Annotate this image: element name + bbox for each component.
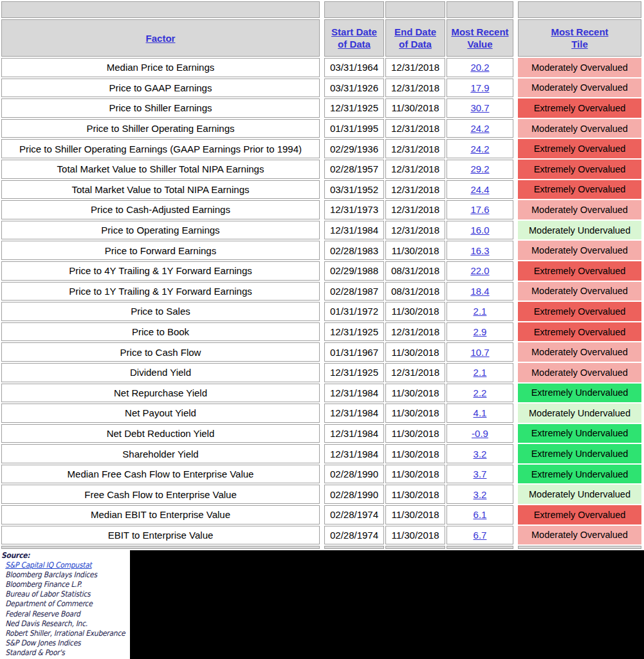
column-spacer — [515, 384, 517, 403]
value-link[interactable]: 2.1 — [474, 367, 487, 378]
value-link[interactable]: 10.7 — [470, 347, 489, 358]
value-link[interactable]: 2.9 — [474, 326, 487, 337]
value-link[interactable]: 4.1 — [474, 407, 487, 418]
end-date-cell: 11/30/2018 — [385, 98, 445, 118]
column-spacer — [515, 404, 517, 423]
factor-cell: Price to Shiller Earnings — [1, 98, 320, 118]
factor-cell: Median EBIT to Enterprise Value — [1, 505, 320, 524]
start-date-cell: 02/28/1983 — [324, 241, 384, 260]
end-date-cell: 12/31/2018 — [385, 79, 445, 98]
factor-cell: Price to 1Y Trailing & 1Y Forward Earnin… — [1, 282, 320, 301]
column-header-tile-link[interactable]: Most Recent Tile — [551, 26, 608, 50]
factor-cell: Total Market Value to Shiller Total NIPA… — [1, 160, 320, 179]
blank-cell — [324, 546, 384, 549]
blank-top-row — [1, 1, 641, 18]
column-spacer — [321, 19, 323, 57]
column-header-factor-link[interactable]: Factor — [146, 33, 176, 44]
tile-cell: Moderately Overvalued — [518, 58, 641, 77]
column-spacer — [321, 119, 323, 138]
tile-cell: Moderately Undervalued — [518, 485, 641, 504]
column-spacer — [515, 444, 517, 463]
start-date-cell: 12/31/1973 — [324, 200, 384, 219]
start-date-cell: 12/31/1984 — [324, 404, 384, 423]
end-date-cell: 12/31/2018 — [385, 363, 445, 382]
start-date-cell: 01/31/1967 — [324, 342, 384, 362]
tile-cell: Moderately Undervalued — [518, 404, 641, 423]
table-body: Median Price to Earnings03/31/196412/31/… — [1, 58, 641, 544]
column-header-end-date[interactable]: End Date of Data — [385, 19, 445, 57]
column-spacer — [321, 200, 323, 219]
value-link[interactable]: 17.6 — [470, 204, 489, 215]
valuation-factor-table: Factor Start Date of Data End Date of Da… — [0, 0, 643, 550]
table-row: Median EBIT to Enterprise Value02/28/197… — [1, 505, 641, 524]
value-link[interactable]: 24.4 — [470, 184, 489, 195]
start-date-cell: 02/28/1990 — [324, 485, 384, 504]
end-date-cell: 11/30/2018 — [385, 444, 445, 463]
column-spacer — [321, 505, 323, 524]
value-link[interactable]: 29.2 — [470, 163, 489, 174]
blank-bottom-strip — [1, 546, 641, 549]
factor-cell: Price to Sales — [1, 302, 320, 321]
value-cell: 2.9 — [446, 322, 513, 342]
value-link[interactable]: 24.2 — [470, 123, 489, 134]
column-spacer — [515, 363, 517, 382]
column-header-end-date-link[interactable]: End Date of Data — [394, 26, 436, 50]
value-cell: 16.3 — [446, 241, 513, 260]
column-spacer — [515, 180, 517, 200]
value-cell: 22.0 — [446, 261, 513, 281]
value-cell: 20.2 — [446, 58, 513, 77]
column-header-value[interactable]: Most Recent Value — [446, 19, 513, 57]
end-date-cell: 11/30/2018 — [385, 485, 445, 504]
value-link[interactable]: 2.1 — [474, 306, 487, 317]
column-spacer — [515, 505, 517, 524]
table-row: Free Cash Flow to Enterprise Value02/28/… — [1, 485, 641, 504]
start-date-cell: 02/28/1974 — [324, 505, 384, 524]
value-link[interactable]: 30.7 — [470, 102, 489, 113]
value-link[interactable]: 17.9 — [470, 82, 489, 93]
tile-cell: Extremely Undervalued — [518, 444, 641, 463]
value-link[interactable]: 6.1 — [474, 509, 487, 520]
value-link[interactable]: 6.7 — [474, 530, 487, 541]
value-link[interactable]: 16.3 — [470, 245, 489, 256]
value-link[interactable]: 24.2 — [470, 144, 489, 154]
end-date-cell: 11/30/2018 — [385, 302, 445, 321]
column-spacer — [515, 58, 517, 77]
column-spacer — [321, 221, 323, 240]
value-link[interactable]: 3.2 — [474, 489, 487, 500]
column-spacer — [515, 79, 517, 98]
start-date-cell: 12/31/1925 — [324, 363, 384, 382]
column-spacer — [321, 465, 323, 484]
end-date-cell: 11/30/2018 — [385, 465, 445, 484]
end-date-cell: 12/31/2018 — [385, 139, 445, 158]
column-header-value-link[interactable]: Most Recent Value — [451, 26, 508, 50]
value-link[interactable]: 16.0 — [470, 225, 489, 236]
value-cell: 10.7 — [446, 342, 513, 362]
column-header-start-date-link[interactable]: Start Date of Data — [331, 26, 377, 50]
column-spacer — [321, 282, 323, 301]
column-header-factor[interactable]: Factor — [1, 19, 320, 57]
value-link[interactable]: 3.2 — [474, 449, 487, 459]
column-spacer — [515, 424, 517, 443]
tile-cell: Extremely Overvalued — [518, 180, 641, 200]
value-cell: 24.4 — [446, 180, 513, 200]
value-link[interactable]: -0.9 — [472, 428, 488, 439]
table-row: Price to Shiller Operating Earnings (GAA… — [1, 139, 641, 158]
table-row: Net Payout Yield12/31/198411/30/20184.1M… — [1, 404, 641, 423]
value-link[interactable]: 22.0 — [470, 265, 489, 276]
column-header-tile[interactable]: Most Recent Tile — [518, 19, 641, 57]
value-cell: 3.7 — [446, 465, 513, 484]
column-spacer — [321, 139, 323, 158]
value-cell: 17.6 — [446, 200, 513, 219]
value-link[interactable]: 2.2 — [474, 387, 487, 398]
value-link[interactable]: 20.2 — [470, 62, 489, 73]
value-link[interactable]: 18.4 — [470, 286, 489, 297]
value-cell: 2.1 — [446, 363, 513, 382]
column-spacer — [321, 79, 323, 98]
factor-cell: Total Market Value to Total NIPA Earning… — [1, 180, 320, 200]
column-spacer — [515, 221, 517, 240]
column-spacer — [515, 1, 517, 18]
value-link[interactable]: 3.7 — [474, 469, 487, 479]
column-header-start-date[interactable]: Start Date of Data — [324, 19, 384, 57]
table-row: Median Price to Earnings03/31/196412/31/… — [1, 58, 641, 77]
start-date-cell: 02/28/1974 — [324, 526, 384, 545]
